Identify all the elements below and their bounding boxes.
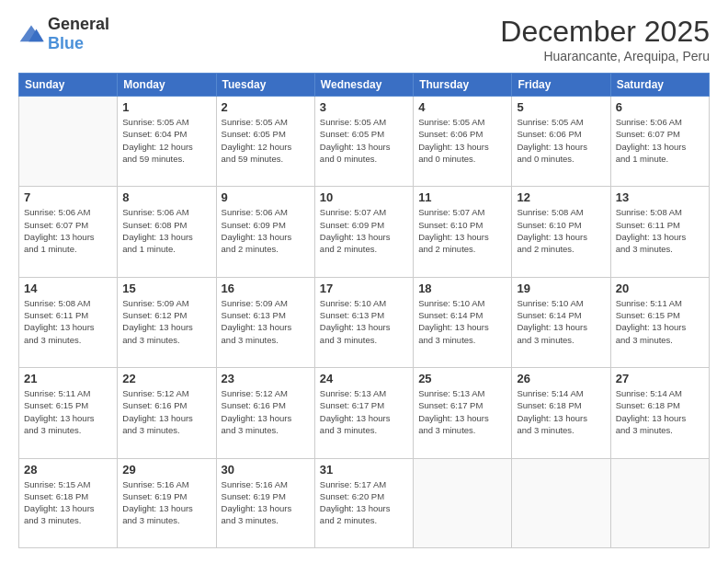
day-info: Sunrise: 5:16 AM Sunset: 6:19 PM Dayligh… <box>222 478 310 527</box>
day-info: Sunrise: 5:14 AM Sunset: 6:18 PM Dayligh… <box>616 387 704 436</box>
calendar-cell: 16Sunrise: 5:09 AM Sunset: 6:13 PM Dayli… <box>216 277 314 367</box>
calendar-cell: 1Sunrise: 5:05 AM Sunset: 6:04 PM Daylig… <box>118 97 216 187</box>
calendar-cell: 21Sunrise: 5:11 AM Sunset: 6:15 PM Dayli… <box>19 368 118 458</box>
calendar-cell: 12Sunrise: 5:08 AM Sunset: 6:10 PM Dayli… <box>512 187 610 277</box>
calendar-cell: 9Sunrise: 5:06 AM Sunset: 6:09 PM Daylig… <box>216 187 314 277</box>
day-info: Sunrise: 5:05 AM Sunset: 6:06 PM Dayligh… <box>517 116 605 165</box>
calendar-cell: 25Sunrise: 5:13 AM Sunset: 6:17 PM Dayli… <box>414 368 512 458</box>
day-number: 5 <box>517 100 605 114</box>
day-info: Sunrise: 5:05 AM Sunset: 6:06 PM Dayligh… <box>418 116 506 165</box>
logo-icon <box>18 24 44 44</box>
day-number: 15 <box>122 282 210 295</box>
calendar-cell: 15Sunrise: 5:09 AM Sunset: 6:12 PM Dayli… <box>118 277 216 367</box>
calendar-cell: 2Sunrise: 5:05 AM Sunset: 6:05 PM Daylig… <box>216 97 314 187</box>
day-number: 11 <box>418 190 506 204</box>
day-number: 2 <box>222 100 310 114</box>
day-info: Sunrise: 5:08 AM Sunset: 6:10 PM Dayligh… <box>517 206 605 255</box>
month-title: December 2025 <box>500 15 710 49</box>
day-number: 8 <box>122 190 210 204</box>
day-info: Sunrise: 5:10 AM Sunset: 6:14 PM Dayligh… <box>418 297 506 346</box>
calendar-cell <box>512 458 610 547</box>
calendar-cell: 6Sunrise: 5:06 AM Sunset: 6:07 PM Daylig… <box>610 97 709 187</box>
location-subtitle: Huarancante, Arequipa, Peru <box>500 49 710 63</box>
calendar-cell: 20Sunrise: 5:11 AM Sunset: 6:15 PM Dayli… <box>610 277 709 367</box>
day-number: 16 <box>222 282 310 295</box>
calendar-cell: 27Sunrise: 5:14 AM Sunset: 6:18 PM Dayli… <box>610 368 709 458</box>
calendar-cell: 29Sunrise: 5:16 AM Sunset: 6:19 PM Dayli… <box>118 458 216 547</box>
logo-text: General Blue <box>48 15 109 53</box>
day-number: 10 <box>320 190 408 204</box>
weekday-header: Sunday <box>19 74 118 97</box>
day-number: 13 <box>616 190 704 204</box>
day-info: Sunrise: 5:06 AM Sunset: 6:09 PM Dayligh… <box>222 206 310 255</box>
calendar-cell: 30Sunrise: 5:16 AM Sunset: 6:19 PM Dayli… <box>216 458 314 547</box>
logo-general: General <box>48 15 109 33</box>
calendar-cell: 8Sunrise: 5:06 AM Sunset: 6:08 PM Daylig… <box>118 187 216 277</box>
calendar-cell: 14Sunrise: 5:08 AM Sunset: 6:11 PM Dayli… <box>19 277 118 367</box>
day-info: Sunrise: 5:06 AM Sunset: 6:07 PM Dayligh… <box>616 116 704 165</box>
calendar-cell <box>19 97 118 187</box>
day-info: Sunrise: 5:07 AM Sunset: 6:09 PM Dayligh… <box>320 206 408 255</box>
page: General Blue December 2025 Huarancante, … <box>0 0 728 563</box>
day-number: 14 <box>24 282 112 295</box>
weekday-header: Wednesday <box>314 74 413 97</box>
calendar-cell: 7Sunrise: 5:06 AM Sunset: 6:07 PM Daylig… <box>19 187 118 277</box>
calendar-cell: 31Sunrise: 5:17 AM Sunset: 6:20 PM Dayli… <box>314 458 413 547</box>
calendar-cell: 19Sunrise: 5:10 AM Sunset: 6:14 PM Dayli… <box>512 277 610 367</box>
calendar-cell: 11Sunrise: 5:07 AM Sunset: 6:10 PM Dayli… <box>414 187 512 277</box>
day-info: Sunrise: 5:11 AM Sunset: 6:15 PM Dayligh… <box>616 297 704 346</box>
day-number: 4 <box>418 100 506 114</box>
weekday-header: Saturday <box>610 74 709 97</box>
calendar-cell: 23Sunrise: 5:12 AM Sunset: 6:16 PM Dayli… <box>216 368 314 458</box>
day-number: 7 <box>24 190 112 204</box>
day-number: 26 <box>517 372 605 385</box>
day-number: 22 <box>122 372 210 385</box>
day-info: Sunrise: 5:10 AM Sunset: 6:14 PM Dayligh… <box>517 297 605 346</box>
calendar-cell: 3Sunrise: 5:05 AM Sunset: 6:05 PM Daylig… <box>314 97 413 187</box>
logo-blue: Blue <box>48 34 84 52</box>
day-info: Sunrise: 5:05 AM Sunset: 6:04 PM Dayligh… <box>122 116 210 165</box>
weekday-header: Monday <box>118 74 216 97</box>
day-info: Sunrise: 5:13 AM Sunset: 6:17 PM Dayligh… <box>418 387 506 436</box>
day-number: 29 <box>122 463 210 477</box>
day-number: 23 <box>222 372 310 385</box>
day-info: Sunrise: 5:15 AM Sunset: 6:18 PM Dayligh… <box>24 478 112 527</box>
weekday-header: Thursday <box>414 74 512 97</box>
weekday-header: Friday <box>512 74 610 97</box>
weekday-header: Tuesday <box>216 74 314 97</box>
day-info: Sunrise: 5:06 AM Sunset: 6:07 PM Dayligh… <box>24 206 112 255</box>
day-info: Sunrise: 5:09 AM Sunset: 6:12 PM Dayligh… <box>122 297 210 346</box>
day-info: Sunrise: 5:17 AM Sunset: 6:20 PM Dayligh… <box>320 478 408 527</box>
calendar-cell: 17Sunrise: 5:10 AM Sunset: 6:13 PM Dayli… <box>314 277 413 367</box>
calendar-cell: 18Sunrise: 5:10 AM Sunset: 6:14 PM Dayli… <box>414 277 512 367</box>
calendar-cell <box>414 458 512 547</box>
calendar-cell <box>610 458 709 547</box>
calendar-cell: 5Sunrise: 5:05 AM Sunset: 6:06 PM Daylig… <box>512 97 610 187</box>
day-info: Sunrise: 5:05 AM Sunset: 6:05 PM Dayligh… <box>320 116 408 165</box>
day-info: Sunrise: 5:10 AM Sunset: 6:13 PM Dayligh… <box>320 297 408 346</box>
calendar: SundayMondayTuesdayWednesdayThursdayFrid… <box>18 73 710 548</box>
day-number: 21 <box>24 372 112 385</box>
day-number: 12 <box>517 190 605 204</box>
day-number: 17 <box>320 282 408 295</box>
calendar-cell: 22Sunrise: 5:12 AM Sunset: 6:16 PM Dayli… <box>118 368 216 458</box>
title-block: December 2025 Huarancante, Arequipa, Per… <box>500 15 710 63</box>
calendar-cell: 4Sunrise: 5:05 AM Sunset: 6:06 PM Daylig… <box>414 97 512 187</box>
day-info: Sunrise: 5:09 AM Sunset: 6:13 PM Dayligh… <box>222 297 310 346</box>
day-number: 27 <box>616 372 704 385</box>
header: General Blue December 2025 Huarancante, … <box>18 15 710 63</box>
day-number: 30 <box>222 463 310 477</box>
day-info: Sunrise: 5:08 AM Sunset: 6:11 PM Dayligh… <box>24 297 112 346</box>
day-number: 28 <box>24 463 112 477</box>
day-info: Sunrise: 5:05 AM Sunset: 6:05 PM Dayligh… <box>222 116 310 165</box>
calendar-cell: 26Sunrise: 5:14 AM Sunset: 6:18 PM Dayli… <box>512 368 610 458</box>
day-info: Sunrise: 5:12 AM Sunset: 6:16 PM Dayligh… <box>222 387 310 436</box>
day-info: Sunrise: 5:07 AM Sunset: 6:10 PM Dayligh… <box>418 206 506 255</box>
day-number: 1 <box>122 100 210 114</box>
calendar-cell: 13Sunrise: 5:08 AM Sunset: 6:11 PM Dayli… <box>610 187 709 277</box>
day-info: Sunrise: 5:14 AM Sunset: 6:18 PM Dayligh… <box>517 387 605 436</box>
day-number: 3 <box>320 100 408 114</box>
day-number: 6 <box>616 100 704 114</box>
day-number: 31 <box>320 463 408 477</box>
day-info: Sunrise: 5:16 AM Sunset: 6:19 PM Dayligh… <box>122 478 210 527</box>
